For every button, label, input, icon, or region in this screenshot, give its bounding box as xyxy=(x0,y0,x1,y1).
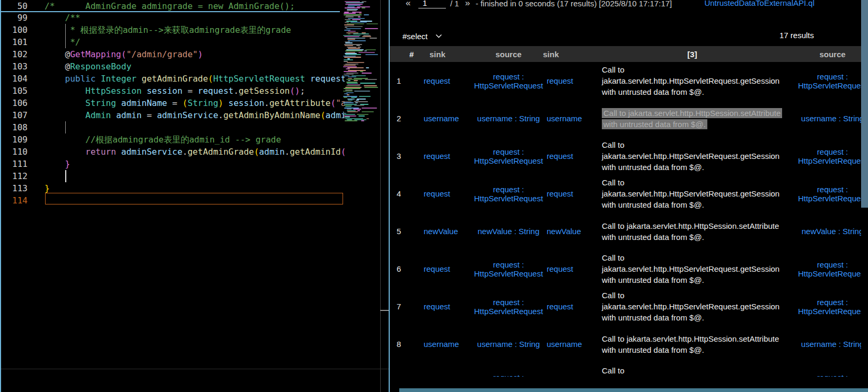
result-row[interactable]: 2usernameusername : StringusernameCall t… xyxy=(390,100,868,137)
code-line[interactable]: 104 public Integer getAdminGrade(HttpSer… xyxy=(0,73,345,85)
source-link[interactable]: request : HttpServletRequest xyxy=(474,260,543,278)
line-number: 114 xyxy=(0,194,28,207)
sash-handle[interactable] xyxy=(380,310,389,311)
source-link[interactable]: username : String xyxy=(474,114,543,123)
sink-link[interactable]: username xyxy=(424,114,474,123)
select-dropdown[interactable]: #select xyxy=(402,30,442,42)
line-number: 99 xyxy=(0,12,28,24)
line-number: 107 xyxy=(0,109,28,121)
results-count-label: 17 results xyxy=(779,31,814,40)
sink-link[interactable]: request xyxy=(543,152,601,161)
line-number: 101 xyxy=(0,36,28,48)
query-file-link[interactable]: UntrustedDataToExternalAPI.ql xyxy=(704,0,814,7)
vertical-scrollbar[interactable] xyxy=(861,0,868,392)
source-link[interactable]: newValue : String xyxy=(788,227,868,236)
page-number-input[interactable] xyxy=(418,0,446,8)
code-line[interactable]: 108 xyxy=(0,121,345,133)
source-link[interactable]: request : HttpServletRequest xyxy=(474,147,543,165)
source-link[interactable]: request : HttpServletRequest xyxy=(788,72,868,90)
column-header[interactable]: # xyxy=(390,50,424,59)
source-link[interactable]: request : HttpServletRequest xyxy=(788,298,868,316)
code-text: @GetMapping("/admin/grade") xyxy=(28,48,203,60)
sink-link[interactable]: request xyxy=(424,264,474,273)
code-text: * 根据登录的admin-->来获取admingrade表里的grade xyxy=(28,24,291,36)
code-line[interactable]: 105 HttpSession session = request.getSes… xyxy=(0,85,345,97)
horizontal-scrollbar[interactable] xyxy=(399,388,868,392)
source-link[interactable]: request : HttpServletRequest xyxy=(474,298,543,316)
sink-link[interactable]: newValue xyxy=(543,227,601,236)
result-row[interactable]: 7requestrequest : HttpServletRequestrequ… xyxy=(390,288,868,325)
sink-link[interactable]: request xyxy=(543,76,601,85)
panel-divider[interactable] xyxy=(389,0,390,392)
column-header[interactable]: [3] xyxy=(601,49,788,60)
code-line[interactable]: 103 @ResponseBody xyxy=(0,60,345,73)
active-line-highlight xyxy=(45,193,343,204)
source-link[interactable]: request : HttpServletRequest xyxy=(474,185,543,203)
vertical-scrollbar-thumb[interactable] xyxy=(861,0,868,208)
source-link[interactable]: request : HttpServletRequest xyxy=(788,260,868,278)
source-link[interactable]: request : HttpServletRequest xyxy=(788,147,868,165)
sink-link[interactable]: username xyxy=(543,340,601,349)
next-page-button[interactable]: » xyxy=(465,0,470,8)
sink-link[interactable]: request xyxy=(424,189,474,198)
code-line[interactable]: 99 /** xyxy=(0,12,345,24)
sink-link[interactable]: request xyxy=(424,152,474,161)
alert-message: Call to jakarta.servlet.http.HttpSession… xyxy=(601,220,788,243)
result-row[interactable]: 5newValuenewValue : StringnewValueCall t… xyxy=(390,212,868,250)
source-link[interactable]: newValue : String xyxy=(474,227,543,236)
sink-link[interactable]: username xyxy=(424,340,474,349)
minimap[interactable] xyxy=(342,0,380,392)
line-number: 108 xyxy=(0,121,28,133)
sink-link[interactable]: request xyxy=(543,189,601,198)
codeql-results-panel: « / 1 » - finished in 0 seconds (17 resu… xyxy=(390,0,868,392)
sink-link[interactable]: request xyxy=(424,302,474,311)
code-line[interactable]: 111 } xyxy=(0,158,345,170)
source-link[interactable]: request : HttpServletRequest xyxy=(788,373,868,377)
code-line[interactable]: 106 String adminName = (String) session.… xyxy=(0,97,345,109)
code-line[interactable]: 50/* AdminGrade admingrade = new AdminGr… xyxy=(0,0,295,11)
sink-link[interactable]: newValue xyxy=(424,227,474,236)
results-topbar: « / 1 » - finished in 0 seconds (17 resu… xyxy=(390,0,868,11)
result-row[interactable]: 3requestrequest : HttpServletRequestrequ… xyxy=(390,137,868,175)
result-row[interactable]: 6requestrequest : HttpServletRequestrequ… xyxy=(390,250,868,288)
column-header[interactable]: sink xyxy=(543,50,601,59)
previous-page-button[interactable]: « xyxy=(406,0,410,8)
source-link[interactable]: request : HttpServletRequest xyxy=(788,185,868,203)
code-text: */ xyxy=(28,36,80,48)
code-line[interactable]: 107 Admin admin = adminService.getAdminB… xyxy=(0,109,345,121)
sink-link[interactable]: request xyxy=(424,76,474,85)
result-row[interactable]: 4requestrequest : HttpServletRequestrequ… xyxy=(390,175,868,212)
code-line[interactable]: 100 * 根据登录的admin-->来获取admingrade表里的grade xyxy=(0,24,345,36)
source-link[interactable]: request : HttpServletRequest xyxy=(474,72,543,90)
source-link[interactable]: username : String xyxy=(788,340,868,349)
result-number: 5 xyxy=(390,227,424,236)
code-text: } xyxy=(28,158,70,170)
result-number: 1 xyxy=(390,76,424,85)
alert-message: Call to jakarta.servlet.http.HttpSession… xyxy=(601,108,788,130)
result-row[interactable]: 8usernameusername : StringusernameCall t… xyxy=(390,325,868,363)
column-header[interactable]: source xyxy=(474,50,543,59)
sink-link[interactable]: request xyxy=(543,264,601,273)
result-row[interactable]: 1requestrequest : HttpServletRequestrequ… xyxy=(390,62,868,100)
column-header[interactable]: source xyxy=(788,50,868,59)
line-number: 109 xyxy=(0,133,28,146)
source-link[interactable]: request : HttpServletRequest xyxy=(474,373,543,377)
code-line[interactable]: 112 xyxy=(0,170,345,182)
source-link[interactable]: username : String xyxy=(788,114,868,123)
result-row[interactable]: 9requestrequest : HttpServletRequestrequ… xyxy=(390,363,868,377)
column-header[interactable]: sink xyxy=(424,50,474,59)
result-number: 3 xyxy=(390,152,424,161)
alert-message: Call to jakarta.servlet.http.HttpServlet… xyxy=(601,290,788,323)
results-table-header: #sinksourcesink[3]source xyxy=(390,46,868,62)
results-table: #sinksourcesink[3]source 1requestrequest… xyxy=(390,46,868,377)
code-line[interactable]: 110 return adminService.getAdminGrade(ad… xyxy=(0,146,345,158)
sink-link[interactable]: username xyxy=(543,114,601,123)
code-line[interactable]: 109 //根据admingrade表里的admin_id --> grade xyxy=(0,133,345,146)
code-line[interactable]: 101 */ xyxy=(0,36,345,48)
code-line[interactable]: 102 @GetMapping("/admin/grade") xyxy=(0,48,345,60)
code-text: HttpSession session = request.getSession… xyxy=(28,85,305,97)
source-link[interactable]: username : String xyxy=(474,340,543,349)
sink-link[interactable]: request xyxy=(543,302,601,311)
select-dropdown-label: #select xyxy=(402,32,428,41)
sticky-scroll-line[interactable]: 50/* AdminGrade admingrade = new AdminGr… xyxy=(0,0,345,11)
